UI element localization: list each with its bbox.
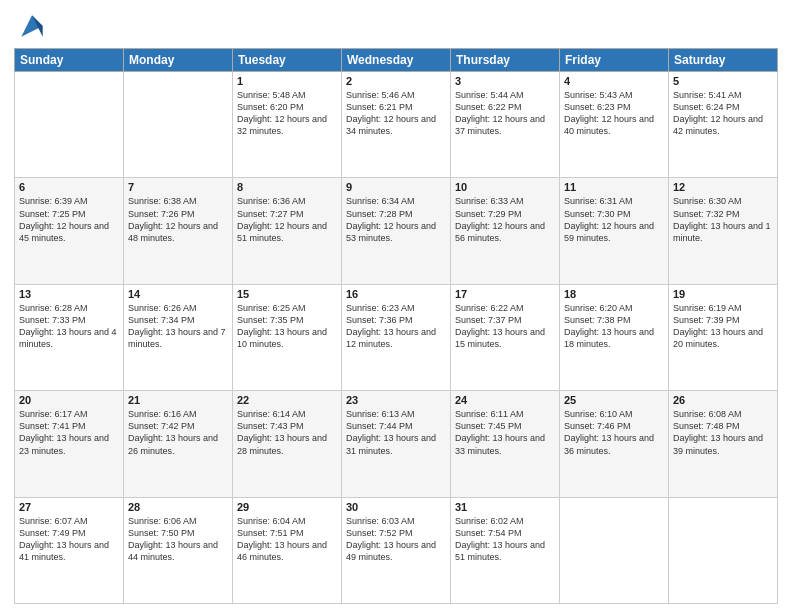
day-number: 13 bbox=[19, 288, 119, 300]
calendar-day-cell: 14Sunrise: 6:26 AM Sunset: 7:34 PM Dayli… bbox=[124, 284, 233, 390]
calendar-day-cell: 20Sunrise: 6:17 AM Sunset: 7:41 PM Dayli… bbox=[15, 391, 124, 497]
calendar-day-cell: 8Sunrise: 6:36 AM Sunset: 7:27 PM Daylig… bbox=[233, 178, 342, 284]
weekday-header-cell: Thursday bbox=[451, 49, 560, 72]
day-info: Sunrise: 6:20 AM Sunset: 7:38 PM Dayligh… bbox=[564, 302, 664, 351]
day-info: Sunrise: 5:46 AM Sunset: 6:21 PM Dayligh… bbox=[346, 89, 446, 138]
calendar-day-cell: 11Sunrise: 6:31 AM Sunset: 7:30 PM Dayli… bbox=[560, 178, 669, 284]
day-number: 18 bbox=[564, 288, 664, 300]
calendar-day-cell: 3Sunrise: 5:44 AM Sunset: 6:22 PM Daylig… bbox=[451, 72, 560, 178]
calendar-day-cell: 19Sunrise: 6:19 AM Sunset: 7:39 PM Dayli… bbox=[669, 284, 778, 390]
calendar-table: SundayMondayTuesdayWednesdayThursdayFrid… bbox=[14, 48, 778, 604]
day-number: 10 bbox=[455, 181, 555, 193]
day-info: Sunrise: 5:43 AM Sunset: 6:23 PM Dayligh… bbox=[564, 89, 664, 138]
calendar-day-cell: 10Sunrise: 6:33 AM Sunset: 7:29 PM Dayli… bbox=[451, 178, 560, 284]
day-number: 11 bbox=[564, 181, 664, 193]
calendar-day-cell: 16Sunrise: 6:23 AM Sunset: 7:36 PM Dayli… bbox=[342, 284, 451, 390]
day-number: 5 bbox=[673, 75, 773, 87]
day-info: Sunrise: 5:48 AM Sunset: 6:20 PM Dayligh… bbox=[237, 89, 337, 138]
day-number: 2 bbox=[346, 75, 446, 87]
calendar-day-cell bbox=[124, 72, 233, 178]
day-info: Sunrise: 6:38 AM Sunset: 7:26 PM Dayligh… bbox=[128, 195, 228, 244]
day-info: Sunrise: 6:34 AM Sunset: 7:28 PM Dayligh… bbox=[346, 195, 446, 244]
calendar-body: 1Sunrise: 5:48 AM Sunset: 6:20 PM Daylig… bbox=[15, 72, 778, 604]
day-info: Sunrise: 6:16 AM Sunset: 7:42 PM Dayligh… bbox=[128, 408, 228, 457]
day-info: Sunrise: 6:06 AM Sunset: 7:50 PM Dayligh… bbox=[128, 515, 228, 564]
calendar-day-cell: 28Sunrise: 6:06 AM Sunset: 7:50 PM Dayli… bbox=[124, 497, 233, 603]
day-info: Sunrise: 6:02 AM Sunset: 7:54 PM Dayligh… bbox=[455, 515, 555, 564]
day-number: 31 bbox=[455, 501, 555, 513]
day-number: 12 bbox=[673, 181, 773, 193]
day-number: 21 bbox=[128, 394, 228, 406]
weekday-header-cell: Tuesday bbox=[233, 49, 342, 72]
weekday-header-cell: Monday bbox=[124, 49, 233, 72]
calendar-day-cell: 30Sunrise: 6:03 AM Sunset: 7:52 PM Dayli… bbox=[342, 497, 451, 603]
day-info: Sunrise: 6:07 AM Sunset: 7:49 PM Dayligh… bbox=[19, 515, 119, 564]
day-info: Sunrise: 6:26 AM Sunset: 7:34 PM Dayligh… bbox=[128, 302, 228, 351]
calendar-day-cell: 23Sunrise: 6:13 AM Sunset: 7:44 PM Dayli… bbox=[342, 391, 451, 497]
calendar-day-cell bbox=[560, 497, 669, 603]
calendar-day-cell: 21Sunrise: 6:16 AM Sunset: 7:42 PM Dayli… bbox=[124, 391, 233, 497]
calendar-day-cell: 12Sunrise: 6:30 AM Sunset: 7:32 PM Dayli… bbox=[669, 178, 778, 284]
day-info: Sunrise: 6:13 AM Sunset: 7:44 PM Dayligh… bbox=[346, 408, 446, 457]
calendar-day-cell: 25Sunrise: 6:10 AM Sunset: 7:46 PM Dayli… bbox=[560, 391, 669, 497]
calendar-day-cell: 1Sunrise: 5:48 AM Sunset: 6:20 PM Daylig… bbox=[233, 72, 342, 178]
day-number: 25 bbox=[564, 394, 664, 406]
day-number: 23 bbox=[346, 394, 446, 406]
day-number: 6 bbox=[19, 181, 119, 193]
day-info: Sunrise: 6:22 AM Sunset: 7:37 PM Dayligh… bbox=[455, 302, 555, 351]
calendar-day-cell bbox=[669, 497, 778, 603]
calendar-week-row: 27Sunrise: 6:07 AM Sunset: 7:49 PM Dayli… bbox=[15, 497, 778, 603]
day-number: 4 bbox=[564, 75, 664, 87]
calendar-day-cell: 5Sunrise: 5:41 AM Sunset: 6:24 PM Daylig… bbox=[669, 72, 778, 178]
calendar-day-cell: 6Sunrise: 6:39 AM Sunset: 7:25 PM Daylig… bbox=[15, 178, 124, 284]
logo-icon bbox=[16, 10, 48, 42]
day-number: 8 bbox=[237, 181, 337, 193]
calendar-day-cell: 27Sunrise: 6:07 AM Sunset: 7:49 PM Dayli… bbox=[15, 497, 124, 603]
day-number: 15 bbox=[237, 288, 337, 300]
day-info: Sunrise: 6:23 AM Sunset: 7:36 PM Dayligh… bbox=[346, 302, 446, 351]
day-number: 14 bbox=[128, 288, 228, 300]
day-info: Sunrise: 6:17 AM Sunset: 7:41 PM Dayligh… bbox=[19, 408, 119, 457]
day-number: 26 bbox=[673, 394, 773, 406]
day-info: Sunrise: 6:39 AM Sunset: 7:25 PM Dayligh… bbox=[19, 195, 119, 244]
day-number: 29 bbox=[237, 501, 337, 513]
day-number: 7 bbox=[128, 181, 228, 193]
day-info: Sunrise: 6:31 AM Sunset: 7:30 PM Dayligh… bbox=[564, 195, 664, 244]
calendar-day-cell: 2Sunrise: 5:46 AM Sunset: 6:21 PM Daylig… bbox=[342, 72, 451, 178]
weekday-header-cell: Saturday bbox=[669, 49, 778, 72]
day-info: Sunrise: 6:10 AM Sunset: 7:46 PM Dayligh… bbox=[564, 408, 664, 457]
day-number: 16 bbox=[346, 288, 446, 300]
day-info: Sunrise: 6:04 AM Sunset: 7:51 PM Dayligh… bbox=[237, 515, 337, 564]
day-info: Sunrise: 6:14 AM Sunset: 7:43 PM Dayligh… bbox=[237, 408, 337, 457]
calendar-day-cell: 26Sunrise: 6:08 AM Sunset: 7:48 PM Dayli… bbox=[669, 391, 778, 497]
weekday-header-cell: Wednesday bbox=[342, 49, 451, 72]
day-info: Sunrise: 6:28 AM Sunset: 7:33 PM Dayligh… bbox=[19, 302, 119, 351]
day-info: Sunrise: 6:03 AM Sunset: 7:52 PM Dayligh… bbox=[346, 515, 446, 564]
weekday-header-cell: Sunday bbox=[15, 49, 124, 72]
calendar-week-row: 13Sunrise: 6:28 AM Sunset: 7:33 PM Dayli… bbox=[15, 284, 778, 390]
day-number: 24 bbox=[455, 394, 555, 406]
day-info: Sunrise: 5:41 AM Sunset: 6:24 PM Dayligh… bbox=[673, 89, 773, 138]
day-info: Sunrise: 6:36 AM Sunset: 7:27 PM Dayligh… bbox=[237, 195, 337, 244]
calendar-day-cell: 15Sunrise: 6:25 AM Sunset: 7:35 PM Dayli… bbox=[233, 284, 342, 390]
day-info: Sunrise: 5:44 AM Sunset: 6:22 PM Dayligh… bbox=[455, 89, 555, 138]
day-info: Sunrise: 6:19 AM Sunset: 7:39 PM Dayligh… bbox=[673, 302, 773, 351]
day-info: Sunrise: 6:08 AM Sunset: 7:48 PM Dayligh… bbox=[673, 408, 773, 457]
page: SundayMondayTuesdayWednesdayThursdayFrid… bbox=[0, 0, 792, 612]
calendar-day-cell: 31Sunrise: 6:02 AM Sunset: 7:54 PM Dayli… bbox=[451, 497, 560, 603]
day-info: Sunrise: 6:33 AM Sunset: 7:29 PM Dayligh… bbox=[455, 195, 555, 244]
logo bbox=[14, 10, 48, 42]
day-number: 17 bbox=[455, 288, 555, 300]
calendar-day-cell: 9Sunrise: 6:34 AM Sunset: 7:28 PM Daylig… bbox=[342, 178, 451, 284]
day-number: 22 bbox=[237, 394, 337, 406]
day-info: Sunrise: 6:25 AM Sunset: 7:35 PM Dayligh… bbox=[237, 302, 337, 351]
calendar-week-row: 6Sunrise: 6:39 AM Sunset: 7:25 PM Daylig… bbox=[15, 178, 778, 284]
calendar-day-cell: 22Sunrise: 6:14 AM Sunset: 7:43 PM Dayli… bbox=[233, 391, 342, 497]
weekday-header-row: SundayMondayTuesdayWednesdayThursdayFrid… bbox=[15, 49, 778, 72]
calendar-week-row: 20Sunrise: 6:17 AM Sunset: 7:41 PM Dayli… bbox=[15, 391, 778, 497]
day-number: 20 bbox=[19, 394, 119, 406]
calendar-day-cell bbox=[15, 72, 124, 178]
calendar-day-cell: 4Sunrise: 5:43 AM Sunset: 6:23 PM Daylig… bbox=[560, 72, 669, 178]
calendar-day-cell: 29Sunrise: 6:04 AM Sunset: 7:51 PM Dayli… bbox=[233, 497, 342, 603]
header bbox=[14, 10, 778, 42]
